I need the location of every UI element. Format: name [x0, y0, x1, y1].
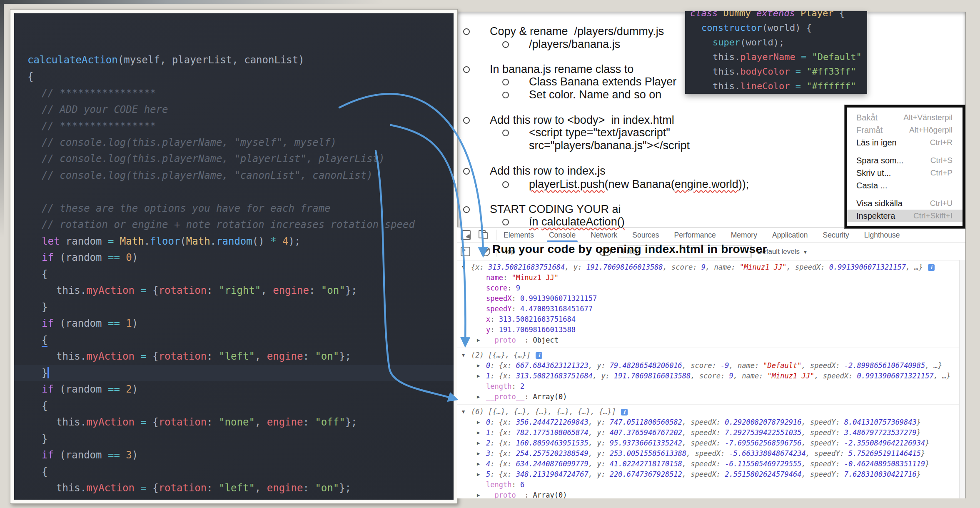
token: : — [207, 350, 219, 362]
text-cursor — [47, 367, 49, 378]
menu-item-inspektera[interactable]: InspekteraCtrl+Skift+I — [847, 210, 963, 222]
instruction-item: /players/banana.js — [529, 38, 620, 51]
console-row[interactable]: ▶3: {x: 254.2575202388549, y: 253.005155… — [457, 448, 960, 459]
code-lines: calculateAction(myself, playerList, cano… — [14, 46, 454, 500]
tab-elements[interactable]: Elements — [504, 228, 534, 243]
triangle-right-icon[interactable]: ▶ — [477, 360, 480, 371]
console-row[interactable]: speedY: 4.470093168451677 — [457, 304, 960, 314]
tab-console[interactable]: Console — [549, 228, 576, 243]
token: super — [713, 37, 740, 48]
console-row[interactable]: ▶__proto__: Array(0) — [457, 490, 960, 498]
console-row[interactable]: name: "Minuz1 JJ" — [457, 273, 960, 283]
tab-lighthouse[interactable]: Lighthouse — [864, 228, 900, 243]
token: 3 — [126, 449, 132, 461]
console-row[interactable]: ▶1: {x: 313.50821683751684, y: 191.70698… — [457, 371, 960, 381]
triangle-right-icon[interactable]: ▶ — [477, 428, 480, 438]
tab-security[interactable]: Security — [823, 228, 849, 243]
console-row[interactable]: ▶__proto__: Array(0) — [457, 392, 960, 402]
token: (myself, playerList, canonList) — [118, 54, 304, 66]
token: Array(0) — [533, 393, 567, 401]
tab-performance[interactable]: Performance — [674, 228, 716, 243]
tab-sources[interactable]: Sources — [632, 228, 659, 243]
triangle-right-icon[interactable]: ▶ — [477, 417, 480, 428]
instruction-item: START CODING YOUR ai — [490, 203, 621, 216]
menu-item-visa-sidk-lla[interactable]: Visa sidkällaCtrl+U — [847, 197, 963, 210]
console-row[interactable]: length: 2 — [457, 381, 960, 392]
menu-item-l-s-in-igen[interactable]: Läs in igenCtrl+R — [847, 136, 963, 149]
menu-item-label: Inspektera — [856, 210, 895, 222]
console-scrollbar[interactable] — [959, 260, 965, 498]
console-row[interactable]: score: 9 — [457, 283, 960, 293]
clear-console-icon[interactable] — [481, 247, 490, 256]
token: : — [490, 315, 499, 323]
token: 254.2575202388549 — [516, 449, 588, 458]
triangle-down-icon[interactable]: ▼ — [462, 407, 465, 417]
console-row[interactable]: x: 313.50821683751684 — [457, 314, 960, 325]
token: 313.50821683751684 — [499, 315, 576, 323]
console-row[interactable]: ▼(6) [{…}, {…}, {…}, {…}, {…}, {…}]i — [457, 407, 960, 417]
token: 348.2131904724767 — [516, 470, 588, 478]
token: , speedY: — [801, 460, 844, 468]
console-row[interactable]: length: 6 — [457, 480, 960, 490]
tab-network[interactable]: Network — [591, 228, 617, 243]
console-row[interactable]: ▼{x: 313.50821683751684, y: 191.70698166… — [457, 262, 960, 273]
token: 9 — [729, 372, 733, 380]
console-row[interactable]: ▶0: {x: 356.2444721269843, y: 747.051180… — [457, 417, 960, 428]
triangle-right-icon[interactable]: ▶ — [477, 490, 480, 498]
token: (random — [54, 383, 108, 395]
menu-item-spara-som[interactable]: Spara som...Ctrl+S — [847, 154, 963, 167]
token: 0.2920082078792916 — [725, 418, 801, 426]
token — [135, 482, 140, 494]
token: (6) [{…}, {…}, {…}, {…}, {…}, {…}] — [471, 408, 616, 416]
menu-item-skriv-ut[interactable]: Skriv ut...Ctrl+P — [847, 167, 963, 179]
token: , name: — [733, 372, 768, 380]
token: rotation — [159, 350, 207, 362]
triangle-right-icon[interactable]: ▶ — [477, 459, 480, 469]
console-row[interactable]: ▶1: {x: 782.1775108065874, y: 407.376594… — [457, 428, 960, 438]
bullet-icon — [502, 130, 509, 136]
triangle-right-icon[interactable]: ▶ — [477, 469, 480, 480]
device-toolbar-icon[interactable] — [479, 230, 489, 240]
tab-application[interactable]: Application — [772, 228, 808, 243]
menu-gap — [847, 149, 963, 154]
token — [718, 11, 723, 18]
inspect-element-icon[interactable] — [461, 230, 471, 240]
triangle-right-icon[interactable]: ▶ — [477, 448, 480, 459]
triangle-down-icon[interactable]: ▼ — [462, 350, 465, 360]
menu-item-shortcut: Alt+Vänsterpil — [903, 111, 953, 124]
token: Player — [800, 11, 833, 18]
code-line: this.myAction = {rotation: "left", engin… — [14, 480, 454, 497]
console-sidebar-icon[interactable] — [461, 247, 470, 256]
triangle-right-icon[interactable]: ▶ — [477, 371, 480, 381]
triangle-right-icon[interactable]: ▶ — [477, 335, 480, 345]
console-row[interactable]: ▶0: {x: 667.6843623121323, y: 79.4828654… — [457, 360, 960, 371]
token — [795, 52, 801, 62]
console-row[interactable]: ▶4: {x: 634.2440876099779, y: 41.0224271… — [457, 459, 960, 469]
instruction-text: In banana.js rename class to — [490, 63, 633, 75]
console-row[interactable]: ▶__proto__: Object — [457, 335, 960, 345]
console-row[interactable]: ▼(2) [{…}, {…}]i — [457, 350, 960, 360]
token: y — [486, 325, 490, 334]
triangle-right-icon[interactable]: ▶ — [477, 392, 480, 402]
token: // **************** — [42, 120, 156, 132]
editor-screenshot-frame: calculateAction(myself, playerList, cano… — [10, 9, 458, 504]
token: : — [511, 382, 520, 390]
console-row[interactable]: ▶2: {x: 160.8059463951535, y: 95.9373666… — [457, 438, 960, 448]
menu-item-label: Bakåt — [856, 111, 878, 124]
code-editor[interactable]: calculateAction(myself, playerList, cano… — [14, 13, 454, 500]
menu-item-casta[interactable]: Casta ... — [847, 179, 963, 192]
token: -0.4624089508351119 — [844, 460, 925, 468]
token: playerName — [740, 52, 795, 62]
instruction-item: <script type="text/javascript" — [529, 126, 670, 139]
console-row[interactable]: ▶5: {x: 348.2131904724767, y: 220.674736… — [457, 469, 960, 480]
token: , y: — [588, 460, 610, 468]
triangle-right-icon[interactable]: ▶ — [477, 438, 480, 448]
token: { — [42, 466, 47, 478]
console-row[interactable]: y: 191.70698166013588 — [457, 325, 960, 335]
console-entry: ▼(2) [{…}, {…}]i▶0: {x: 667.684362312132… — [457, 348, 960, 404]
console-row[interactable]: speedX: 0.9913906071321157 — [457, 293, 960, 304]
tab-memory[interactable]: Memory — [731, 228, 757, 243]
snippet-line: this.lineColor = "#ffffff" — [685, 79, 867, 93]
token: } — [42, 367, 47, 379]
triangle-down-icon[interactable]: ▼ — [462, 262, 465, 273]
